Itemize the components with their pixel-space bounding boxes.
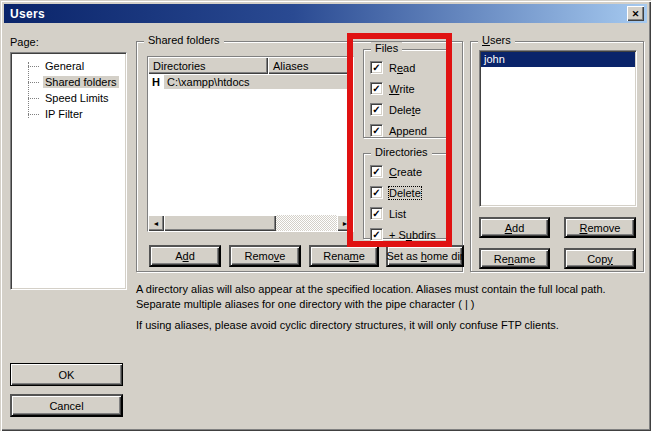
alias-note-2: If using aliases, please avoid cyclic di… <box>136 318 648 333</box>
directories-list-header: Directories Aliases <box>148 57 353 74</box>
scrollbar-track[interactable] <box>276 215 337 231</box>
page-label: Page: <box>10 36 39 48</box>
remove-folder-button[interactable]: Remove <box>229 245 301 267</box>
alias-notes: A directory alias will also appear at th… <box>136 282 648 339</box>
directory-row[interactable]: H C:\xampp\htdocs <box>148 74 353 90</box>
set-home-dir-button[interactable]: Set as home dir <box>386 245 464 267</box>
add-folder-button[interactable]: Add <box>149 245 221 267</box>
tree-branch-icon <box>28 114 39 115</box>
close-button[interactable]: ✕ <box>627 6 644 21</box>
shared-folders-group-label: Shared folders <box>144 34 224 47</box>
users-group: Users john Add Remove Rename Copy <box>470 41 644 272</box>
page-item-general[interactable]: General <box>11 58 126 74</box>
horizontal-scrollbar[interactable]: ◄ ► <box>148 215 353 231</box>
scrollbar-thumb[interactable] <box>164 215 276 231</box>
tree-branch-icon <box>28 82 39 83</box>
tree-branch-icon <box>28 98 39 99</box>
window-title: Users <box>10 7 45 21</box>
page-item-shared-folders[interactable]: Shared folders <box>11 74 126 90</box>
page-item-label: Shared folders <box>43 76 119 88</box>
column-header-directories[interactable]: Directories <box>148 57 268 74</box>
page-item-label: IP Filter <box>43 108 85 120</box>
titlebar[interactable]: Users ✕ <box>4 4 647 23</box>
home-flag: H <box>148 76 164 88</box>
page-item-label: Speed Limits <box>43 92 111 104</box>
directories-list: Directories Aliases H C:\xampp\htdocs ◄ … <box>147 56 354 232</box>
add-user-button[interactable]: Add <box>479 217 550 238</box>
page-tree: General Shared folders Speed Limits IP F… <box>11 53 126 122</box>
page-item-speed-limits[interactable]: Speed Limits <box>11 90 126 106</box>
users-dialog: Users ✕ Page: General Shared folders Spe… <box>0 0 651 431</box>
users-group-label: Users <box>478 34 515 47</box>
page-item-label: General <box>43 60 86 72</box>
scroll-left-icon: ◄ <box>153 220 160 227</box>
close-icon: ✕ <box>632 9 640 19</box>
tree-branch-icon <box>28 66 39 67</box>
highlight-rectangle <box>347 33 452 247</box>
page-list: General Shared folders Speed Limits IP F… <box>10 52 127 290</box>
scroll-left-button[interactable]: ◄ <box>148 215 164 231</box>
cancel-button[interactable]: Cancel <box>10 394 123 417</box>
rename-user-button[interactable]: Rename <box>479 248 550 269</box>
alias-note-1: A directory alias will also appear at th… <box>136 282 648 312</box>
rename-folder-button[interactable]: Rename <box>309 245 379 267</box>
ok-button[interactable]: OK <box>10 363 123 386</box>
directories-rows: H C:\xampp\htdocs <box>148 74 353 215</box>
users-list: john <box>479 50 637 207</box>
copy-user-button[interactable]: Copy <box>564 248 636 269</box>
page-item-ip-filter[interactable]: IP Filter <box>11 106 126 122</box>
directory-path: C:\xampp\htdocs <box>164 75 353 89</box>
remove-user-button[interactable]: Remove <box>564 217 636 238</box>
user-row-john[interactable]: john <box>481 52 635 67</box>
column-header-aliases[interactable]: Aliases <box>268 57 353 74</box>
